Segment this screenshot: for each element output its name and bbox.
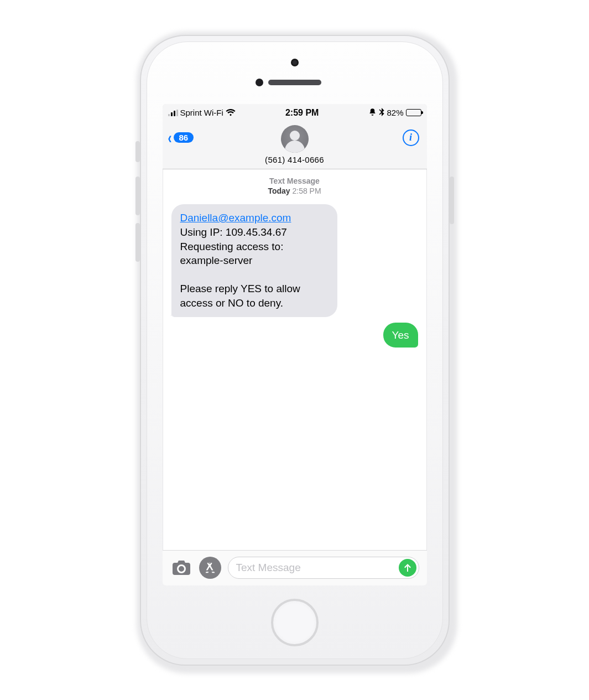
message-line: example-server: [180, 255, 253, 266]
camera-button[interactable]: [170, 557, 192, 579]
incoming-message-bubble[interactable]: Daniella@example.com Using IP: 109.45.34…: [171, 204, 337, 317]
carrier-label: Sprint Wi-Fi: [180, 108, 223, 117]
conversation-header: ‹ 86 (561) 414-0666 i: [163, 122, 427, 169]
alarm-icon: [368, 108, 377, 118]
status-bar: Sprint Wi-Fi 2:59 PM 82%: [163, 104, 427, 122]
battery-icon: [406, 109, 421, 116]
back-button[interactable]: ‹ 86: [167, 129, 194, 146]
front-camera-icon: [291, 59, 299, 66]
thread-timestamp: Text Message Today 2:58 PM: [171, 176, 418, 197]
email-link[interactable]: Daniella@example.com: [180, 212, 291, 224]
device-sensors: [147, 42, 442, 108]
contact-avatar-icon[interactable]: [281, 125, 309, 153]
contact-number: (561) 414-0666: [265, 155, 324, 164]
compose-bar: Text Message: [163, 550, 427, 585]
earpiece-speaker-icon: [268, 80, 321, 85]
proximity-sensor-icon: [256, 79, 263, 86]
home-button[interactable]: [271, 599, 319, 646]
wifi-icon: [226, 109, 236, 116]
battery-percent: 82%: [387, 108, 403, 117]
chevron-left-icon: ‹: [168, 129, 171, 146]
bluetooth-icon: [379, 108, 384, 118]
message-line: Please reply YES to allow access or NO t…: [180, 283, 300, 309]
message-line: Using IP: 109.45.34.67: [180, 226, 287, 238]
cell-signal-icon: [168, 110, 178, 116]
message-line: Requesting access to:: [180, 241, 284, 252]
message-thread[interactable]: Text Message Today 2:58 PM Daniella@exam…: [163, 169, 427, 550]
app-store-button[interactable]: [199, 557, 221, 579]
details-button[interactable]: i: [403, 129, 419, 146]
message-input[interactable]: Text Message: [228, 557, 419, 579]
clock: 2:59 PM: [285, 108, 319, 118]
send-button[interactable]: [399, 559, 416, 577]
message-placeholder: Text Message: [236, 562, 301, 574]
screen: Sprint Wi-Fi 2:59 PM 82%: [163, 104, 427, 585]
iphone-device-frame: Sprint Wi-Fi 2:59 PM 82%: [140, 35, 450, 666]
outgoing-message-bubble[interactable]: Yes: [383, 323, 418, 348]
unread-count-badge: 86: [174, 132, 194, 143]
